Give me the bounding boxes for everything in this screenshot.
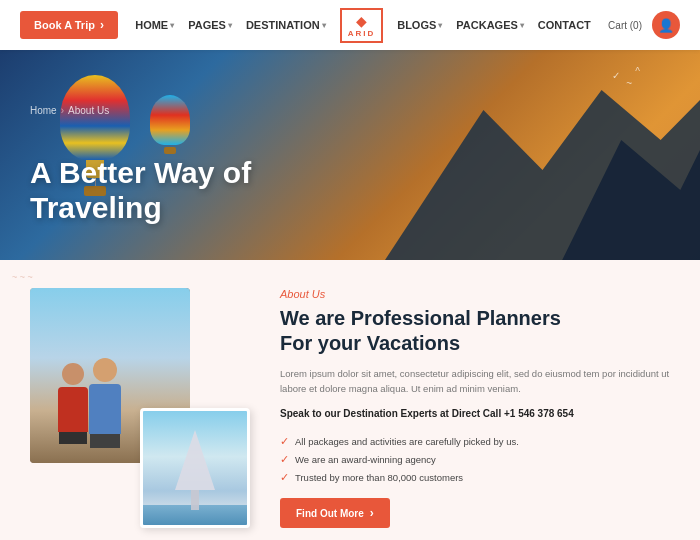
person2-body	[89, 384, 121, 434]
book-btn-label: Book A Trip	[34, 19, 95, 31]
checkmark-icon-2: ✓	[280, 453, 289, 466]
nav-packages[interactable]: PACKAGES ▾	[456, 19, 524, 31]
book-trip-button[interactable]: Book A Trip ›	[20, 11, 118, 39]
check-item-2: ✓ We are an award-winning agency	[280, 453, 670, 466]
hero-title-line2: Traveling	[30, 191, 162, 224]
check-text-1: All packages and activities are carefull…	[295, 436, 519, 447]
bird-icon-2: ~	[626, 78, 632, 89]
bird-icon-1: ✓	[612, 70, 620, 81]
person2-legs	[90, 434, 120, 448]
about-content: About Us We are Professional Planners Fo…	[280, 288, 670, 528]
nav-home[interactable]: HOME ▾	[135, 19, 174, 31]
about-secondary-image	[140, 408, 250, 528]
nav-pages[interactable]: PAGES ▾	[188, 19, 232, 31]
chevron-down-icon: ▾	[438, 21, 442, 30]
nav-destination[interactable]: DESTINATION ▾	[246, 19, 326, 31]
find-out-more-button[interactable]: Find Out More ›	[280, 498, 390, 528]
nav-right: Cart (0) 👤	[608, 11, 680, 39]
check-text-3: Trusted by more than 80,000 customers	[295, 472, 463, 483]
chevron-down-icon: ▾	[322, 21, 326, 30]
breadcrumb: Home › About Us	[30, 105, 109, 116]
hot-air-balloon-2	[150, 95, 190, 154]
navbar: Book A Trip › HOME ▾ PAGES ▾ DESTINATION…	[0, 0, 700, 50]
breadcrumb-current: About Us	[68, 105, 109, 116]
hero-title: A Better Way of Traveling	[30, 156, 251, 225]
checkmark-icon-3: ✓	[280, 471, 289, 484]
bird-icon-3: ^	[635, 66, 640, 77]
balloon-body	[60, 75, 130, 160]
nav-contact[interactable]: CONTACT	[538, 19, 591, 31]
about-heading-line1: We are Professional Planners	[280, 307, 561, 329]
hero-title-line1: A Better Way of	[30, 156, 251, 189]
burj-al-arab-tower	[175, 430, 215, 510]
person2-head	[93, 358, 117, 382]
check-text-2: We are an award-winning agency	[295, 454, 436, 465]
user-avatar[interactable]: 👤	[652, 11, 680, 39]
nav-blogs[interactable]: BLOGS ▾	[397, 19, 442, 31]
person2-figure	[85, 358, 125, 448]
logo-text: ARID	[348, 29, 376, 38]
about-images	[30, 288, 250, 528]
check-item-1: ✓ All packages and activities are carefu…	[280, 435, 670, 448]
book-btn-arrow: ›	[100, 18, 104, 32]
chevron-down-icon: ▾	[520, 21, 524, 30]
mountain-silhouette	[385, 50, 700, 260]
balloon2-body	[150, 95, 190, 145]
breadcrumb-home[interactable]: Home	[30, 105, 57, 116]
person1-body	[58, 387, 88, 432]
find-out-btn-arrow: ›	[370, 506, 374, 520]
tower-base	[191, 490, 199, 510]
about-description: Lorem ipsum dolor sit amet, consectetur …	[280, 366, 670, 396]
about-contact-info: Speak to our Destination Experts at Dire…	[280, 406, 670, 421]
cart-label[interactable]: Cart (0)	[608, 20, 642, 31]
check-item-3: ✓ Trusted by more than 80,000 customers	[280, 471, 670, 484]
chevron-down-icon: ▾	[228, 21, 232, 30]
tower-sail	[175, 430, 215, 490]
chevron-down-icon: ▾	[170, 21, 174, 30]
checklist: ✓ All packages and activities are carefu…	[280, 435, 670, 484]
about-section-label: About Us	[280, 288, 670, 300]
about-heading: We are Professional Planners For your Va…	[280, 306, 670, 356]
breadcrumb-separator: ›	[61, 105, 64, 116]
nav-links: HOME ▾ PAGES ▾ DESTINATION ▾ ◆ ARID BLOG…	[135, 8, 591, 43]
balloon2-basket	[164, 147, 176, 154]
site-logo: ◆ ARID	[340, 8, 384, 43]
person1-head	[62, 363, 84, 385]
person1-legs	[59, 432, 87, 444]
decorative-birds: ~ ~ ~	[12, 272, 33, 282]
about-section: ~ ~ ~ Abou	[0, 260, 700, 540]
logo-icon: ◆	[356, 13, 367, 29]
find-out-btn-label: Find Out More	[296, 508, 364, 519]
checkmark-icon-1: ✓	[280, 435, 289, 448]
hero-section: ✓ ~ ^ Home › About Us A Better Way of Tr…	[0, 50, 700, 260]
about-heading-line2: For your Vacations	[280, 332, 460, 354]
